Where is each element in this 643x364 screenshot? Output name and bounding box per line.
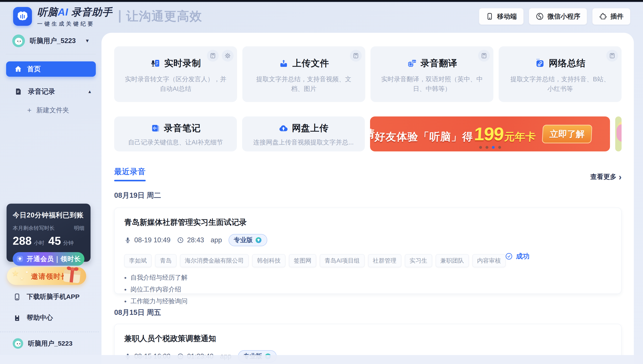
check-circle-icon bbox=[505, 252, 513, 260]
keyword-tag[interactable]: 签图网 bbox=[289, 254, 316, 267]
status-badge: 成功 bbox=[505, 252, 529, 261]
brand-subtitle: 一键生成关键纪要 bbox=[37, 20, 112, 27]
carousel-dot[interactable] bbox=[498, 146, 501, 149]
user-avatar bbox=[12, 34, 25, 47]
keyword-tag[interactable]: 青岛AI项目组 bbox=[320, 254, 365, 267]
star-icon: ★ bbox=[25, 270, 29, 274]
puzzle-icon bbox=[599, 12, 607, 20]
mic-icon bbox=[124, 236, 131, 244]
phone-icon bbox=[13, 293, 21, 301]
feature-cards-row1: 实时录制 实时录音转文字（区分发言人），并自动AI总结 上传文件 提取文字并总结… bbox=[114, 46, 621, 102]
tagline: 让沟通更高效 bbox=[126, 8, 202, 25]
quota-subtitle: 本月剩余转写时长 bbox=[13, 224, 55, 232]
carousel-dot[interactable] bbox=[486, 146, 488, 149]
keyword-tag[interactable]: 海尔消费金融有限公司 bbox=[180, 254, 249, 267]
banner-cta-button[interactable]: 立即了解 bbox=[542, 125, 592, 143]
wechat-miniprogram-button[interactable]: 微信小程序 bbox=[529, 8, 587, 25]
sidebar-divider bbox=[6, 54, 96, 54]
plan-badge[interactable]: 专业版 bbox=[228, 234, 267, 246]
star-icon: ★ bbox=[12, 269, 19, 278]
bookmark-icon[interactable] bbox=[606, 50, 618, 62]
keyword-tag[interactable]: 内容审核 bbox=[472, 254, 506, 267]
keyword-tag[interactable]: 韩创科技 bbox=[252, 254, 285, 267]
download-app-link[interactable]: 下载听脑手机APP bbox=[13, 292, 80, 301]
star-icon: ★ bbox=[20, 276, 24, 282]
translate-globe-icon: 文/A bbox=[407, 58, 417, 68]
header-actions: 移动端 微信小程序 插件 bbox=[479, 8, 630, 25]
sidebar-item-records[interactable]: 录音记录 ▲ bbox=[15, 87, 92, 96]
recording-card[interactable]: 青岛新媒体社群管理实习生面试记录 08-19 10:49 28:43 app 专… bbox=[114, 208, 621, 294]
caret-up-icon[interactable]: ▲ bbox=[88, 89, 92, 94]
plugin-button[interactable]: 插件 bbox=[592, 8, 630, 25]
feature-card-upload-file[interactable]: 上传文件 提取文字并总结，支持音视频、文档、图片 bbox=[242, 46, 365, 102]
plus-icon: ＋ bbox=[26, 105, 33, 115]
carousel-dots bbox=[479, 146, 501, 149]
view-more-link[interactable]: 查看更多 › bbox=[590, 172, 621, 181]
window-top-edge bbox=[0, 0, 643, 2]
clock-icon bbox=[177, 236, 184, 244]
feature-cards-row2: 录音笔记 自己记录关键信息、让AI补充细节 网盘上传 连接网盘上传音视频提取文字… bbox=[114, 116, 621, 152]
promo-banner[interactable]: 请 好友体验「听脑」得 199 元年卡 立即了解 bbox=[370, 116, 610, 152]
bookmark-icon[interactable] bbox=[350, 50, 362, 62]
mobile-app-button[interactable]: 移动端 bbox=[479, 8, 524, 25]
quota-detail-link[interactable]: 明细 bbox=[74, 224, 84, 232]
main-panel: 实时录制 实时录音转文字（区分发言人），并自动AI总结 上传文件 提取文字并总结… bbox=[102, 33, 634, 364]
recording-title: 青岛新媒体社群管理实习生面试记录 bbox=[124, 217, 611, 228]
gear-icon[interactable] bbox=[222, 50, 234, 62]
carousel-dot[interactable] bbox=[492, 146, 495, 149]
caret-down-icon[interactable]: ▼ bbox=[85, 38, 90, 44]
quota-title: 今日20分钟福利已到账 bbox=[13, 210, 84, 220]
new-folder-button[interactable]: ＋ 新建文件夹 bbox=[26, 105, 69, 115]
app-logo: 听脑AI 录音助手 一键生成关键纪要 bbox=[13, 6, 112, 27]
cloud-upload-icon bbox=[278, 123, 288, 133]
summary-bullet: •自我介绍与经历了解 bbox=[124, 273, 611, 282]
gift-icon bbox=[59, 260, 85, 286]
diamond-icon bbox=[16, 255, 24, 262]
feature-card-netdisk-upload[interactable]: 网盘上传 连接网盘上传音视频提取文字并总... bbox=[242, 116, 365, 152]
summary-bullet: •工作能力与经验询问 bbox=[124, 297, 611, 306]
recording-title: 兼职人员个税政策调整通知 bbox=[124, 334, 611, 344]
svg-text:文/A: 文/A bbox=[412, 60, 416, 62]
window-bottom-edge bbox=[0, 355, 643, 364]
phone-icon bbox=[486, 12, 494, 20]
bookmark-icon[interactable] bbox=[478, 50, 490, 62]
recording-meta: 08-19 10:49 28:43 app 专业版 bbox=[124, 234, 611, 246]
keyword-tag[interactable]: 李如斌 bbox=[124, 254, 152, 267]
keyword-tags: 李如斌 青岛 海尔消费金融有限公司 韩创科技 签图网 青岛AI项目组 社群管理 … bbox=[124, 254, 611, 267]
keyword-tag[interactable]: 实习生 bbox=[405, 254, 432, 267]
feature-card-translate[interactable]: 文/A 录音翻译 实时录音翻译，双语对照（英中、中日、中韩等） bbox=[371, 46, 493, 102]
footer-user-menu[interactable]: 听脑用户_5223 bbox=[13, 338, 72, 349]
carousel-dot[interactable] bbox=[479, 146, 482, 149]
sidebar-item-home[interactable]: 首页 bbox=[6, 62, 96, 77]
banner-clipped-char: 请 bbox=[370, 127, 375, 141]
keyword-tag[interactable]: 社群管理 bbox=[368, 254, 401, 267]
date-group-label: 08月15日 周五 bbox=[114, 308, 161, 318]
keyword-tag[interactable]: 青岛 bbox=[155, 254, 176, 267]
user-avatar bbox=[13, 338, 23, 349]
feature-card-voice-notes[interactable]: 录音笔记 自己记录关键信息、让AI补充细节 bbox=[114, 116, 237, 152]
tagline-divider bbox=[119, 10, 121, 23]
tab-recent-recordings[interactable]: 最近录音 bbox=[114, 166, 146, 181]
keyword-tag[interactable]: 兼职团队 bbox=[436, 254, 469, 267]
summary-bullets: •自我介绍与经历了解 •岗位工作内容介绍 •工作能力与经验询问 bbox=[124, 273, 611, 306]
sidebar-footer-divider bbox=[0, 332, 99, 332]
recent-header: 最近录音 查看更多 › bbox=[114, 166, 621, 181]
brand-title: 听脑AI 录音助手 bbox=[37, 6, 112, 19]
feature-card-realtime-record[interactable]: 实时录制 实时录音转文字（区分发言人），并自动AI总结 bbox=[114, 46, 237, 102]
help-center-link[interactable]: 帮助中心 bbox=[13, 313, 53, 322]
bookmark-icon[interactable] bbox=[207, 50, 219, 62]
home-icon bbox=[14, 65, 22, 73]
document-icon bbox=[15, 88, 22, 96]
feature-card-web-summary[interactable]: 网络总结 提取文字并总结，支持抖音、B站、小红书等 bbox=[499, 46, 621, 102]
chevron-right-icon: › bbox=[619, 174, 621, 180]
app-header: 听脑AI 录音助手 一键生成关键纪要 让沟通更高效 移动端 微信小程序 插件 bbox=[0, 2, 643, 31]
plan-diamond-icon bbox=[255, 236, 262, 244]
user-name: 听脑用户_5223 bbox=[30, 36, 76, 46]
invite-reward-button[interactable]: ★ ★ ★ 邀请领时长 bbox=[7, 267, 86, 285]
recording-duration: 28:43 bbox=[187, 236, 204, 244]
wechat-miniprogram-icon bbox=[536, 12, 544, 20]
upload-icon bbox=[278, 58, 289, 68]
summary-bullet: •岗位工作内容介绍 bbox=[124, 285, 611, 294]
user-menu[interactable]: 听脑用户_5223 ▼ bbox=[12, 34, 90, 47]
next-banner-preview[interactable] bbox=[615, 116, 621, 152]
